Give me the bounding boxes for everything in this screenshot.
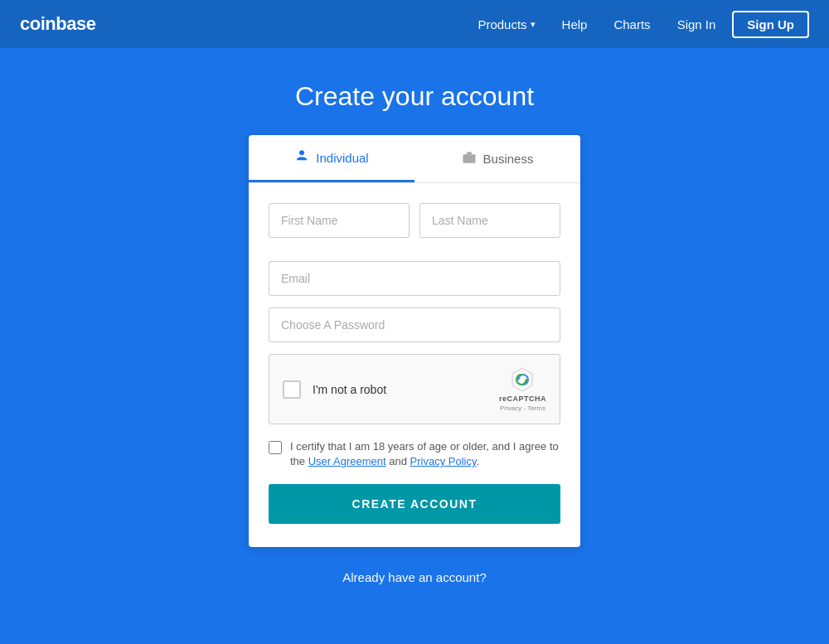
create-account-button[interactable]: CREATE ACCOUNT	[269, 484, 560, 524]
svg-point-0	[299, 150, 304, 155]
tab-individual-label: Individual	[316, 151, 368, 165]
svg-rect-1	[463, 154, 475, 163]
individual-icon	[294, 148, 309, 167]
nav-right: Products Help Charts Sign In Sign Up	[468, 11, 809, 38]
nav-signin[interactable]: Sign In	[667, 11, 726, 38]
nav-help[interactable]: Help	[552, 11, 598, 38]
terms-text: I certify that I am 18 years of age or o…	[290, 439, 560, 469]
business-icon	[462, 150, 477, 168]
signup-form-card: Individual Business I'm not a rob	[249, 135, 580, 547]
captcha-widget: I'm not a robot reCAPTCHA Privacy - Term…	[269, 354, 560, 424]
name-row	[269, 203, 560, 249]
main-content: Create your account Individual Business	[0, 48, 829, 584]
tab-business-label: Business	[483, 152, 534, 166]
last-name-input[interactable]	[419, 203, 560, 238]
captcha-left: I'm not a robot	[283, 380, 386, 399]
navbar: coinbase Products Help Charts Sign In Si…	[0, 0, 829, 48]
terms-checkbox[interactable]	[269, 441, 282, 454]
captcha-checkbox[interactable]	[283, 380, 301, 399]
recaptcha-brand-label: reCAPTCHA	[499, 395, 546, 403]
email-input[interactable]	[269, 261, 560, 296]
page-title: Create your account	[295, 81, 534, 112]
user-agreement-link[interactable]: User Agreement	[308, 455, 386, 467]
terms-row: I certify that I am 18 years of age or o…	[269, 439, 560, 469]
captcha-label: I'm not a robot	[313, 383, 386, 396]
nav-products[interactable]: Products	[468, 11, 545, 38]
tab-business[interactable]: Business	[414, 135, 580, 182]
first-name-input[interactable]	[269, 203, 410, 238]
form-body: I'm not a robot reCAPTCHA Privacy - Term…	[249, 183, 580, 547]
tab-individual[interactable]: Individual	[249, 135, 414, 182]
already-have-account: Already have an account?	[342, 570, 486, 584]
privacy-policy-link[interactable]: Privacy Policy	[410, 455, 477, 467]
recaptcha-icon	[509, 366, 536, 393]
logo[interactable]: coinbase	[20, 13, 95, 35]
recaptcha-sub-label: Privacy - Terms	[500, 404, 545, 412]
nav-charts[interactable]: Charts	[604, 11, 660, 38]
captcha-branding: reCAPTCHA Privacy - Terms	[499, 366, 546, 412]
password-input[interactable]	[269, 307, 560, 342]
account-type-tabs: Individual Business	[249, 135, 580, 183]
nav-signup-button[interactable]: Sign Up	[732, 11, 809, 38]
